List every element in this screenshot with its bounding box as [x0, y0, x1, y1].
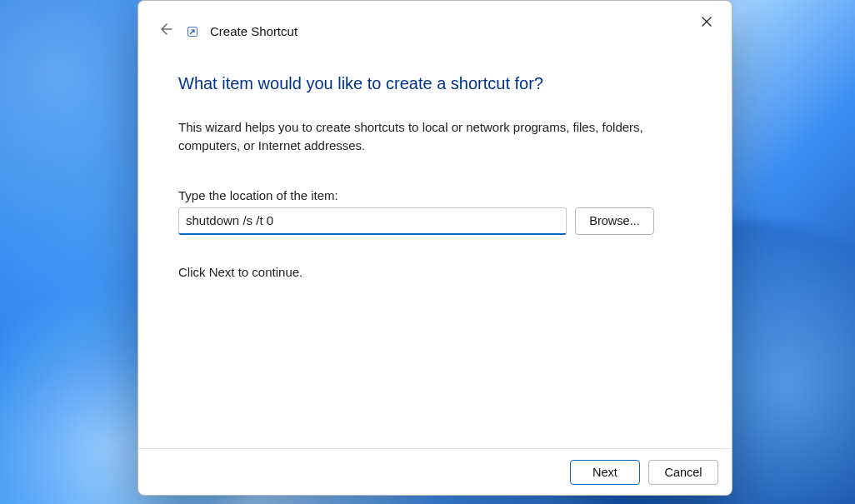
dialog-header: Create Shortcut: [138, 1, 732, 44]
cancel-button[interactable]: Cancel: [648, 460, 718, 485]
browse-button[interactable]: Browse...: [575, 207, 654, 235]
dialog-content: What item would you like to create a sho…: [138, 44, 732, 448]
wizard-title: Create Shortcut: [210, 24, 298, 38]
create-shortcut-dialog: Create Shortcut What item would you like…: [138, 0, 732, 496]
dialog-footer: Next Cancel: [138, 448, 732, 495]
back-button[interactable]: [155, 21, 175, 41]
next-button[interactable]: Next: [570, 460, 640, 485]
close-button[interactable]: [693, 9, 720, 36]
back-arrow-icon: [158, 22, 172, 40]
location-label: Type the location of the item:: [178, 188, 692, 202]
wizard-description: This wizard helps you to create shortcut…: [178, 118, 662, 155]
shortcut-overlay-icon: [187, 26, 198, 37]
close-icon: [702, 17, 712, 29]
location-input[interactable]: [178, 207, 567, 235]
continue-hint: Click Next to continue.: [178, 265, 692, 279]
location-row: Browse...: [178, 207, 692, 235]
page-heading: What item would you like to create a sho…: [178, 74, 692, 93]
